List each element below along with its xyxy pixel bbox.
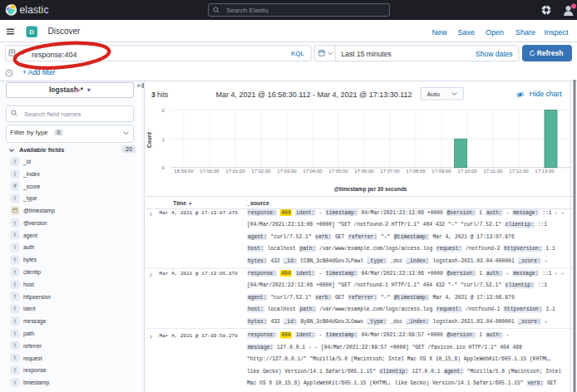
svg-text:17:06:00: 17:06:00 <box>354 169 374 174</box>
svg-text:0: 0 <box>162 164 165 170</box>
svg-text:17:10:00: 17:10:00 <box>457 169 477 174</box>
svg-text:17:07:00: 17:07:00 <box>380 169 400 174</box>
svg-text:Count: Count <box>146 131 152 148</box>
svg-text:17:09:00: 17:09:00 <box>432 169 451 174</box>
svg-text:17:12:00: 17:12:00 <box>509 169 529 174</box>
svg-text:17:05:00: 17:05:00 <box>328 169 348 174</box>
svg-text:@timestamp per 30 seconds: @timestamp per 30 seconds <box>334 186 407 193</box>
svg-text:16:59:00: 16:59:00 <box>174 169 194 174</box>
svg-text:17:00:00: 17:00:00 <box>200 169 219 174</box>
svg-text:17:02:00: 17:02:00 <box>251 169 271 174</box>
svg-text:17:11:00: 17:11:00 <box>484 169 504 174</box>
svg-text:17:13:00: 17:13:00 <box>535 169 555 174</box>
svg-text:17:08:00: 17:08:00 <box>406 169 426 174</box>
svg-text:2: 2 <box>162 107 165 113</box>
svg-text:17:04:00: 17:04:00 <box>303 169 323 174</box>
svg-text:17:01:00: 17:01:00 <box>225 169 245 174</box>
svg-text:1: 1 <box>162 136 165 142</box>
svg-text:17:03:00: 17:03:00 <box>277 169 297 174</box>
